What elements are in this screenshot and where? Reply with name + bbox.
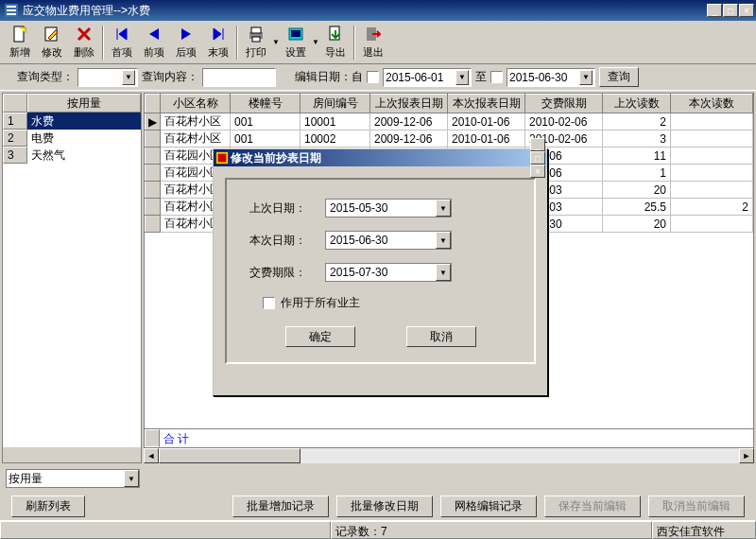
usage-combo[interactable]: 按用量▼ xyxy=(6,469,140,488)
cancel-edit-button[interactable]: 取消当前编辑 xyxy=(648,496,745,517)
footer-total-label: 合 计 xyxy=(160,429,193,447)
svg-rect-10 xyxy=(291,30,301,37)
table-row[interactable]: ▶百花村小区001100012009-12-062010-01-062010-0… xyxy=(146,113,753,130)
last-button[interactable]: 末项 xyxy=(202,24,234,61)
svg-rect-3 xyxy=(7,13,16,15)
dialog-close-button[interactable]: × xyxy=(530,165,545,178)
side-row[interactable]: 2电费 xyxy=(3,130,141,147)
date-from-input[interactable]: 2015-06-01▼ xyxy=(383,68,472,87)
last-date-input[interactable]: 2015-05-30▼ xyxy=(325,199,452,217)
query-content-input[interactable] xyxy=(202,68,276,87)
query-type-combo[interactable]: ▼ xyxy=(77,68,138,87)
side-panel: 按用量 1水费 2电费 3天然气 xyxy=(2,93,142,463)
refresh-button[interactable]: 刷新列表 xyxy=(11,496,85,517)
bottom-bar-2: 刷新列表 批量增加记录 批量修改日期 网格编辑记录 保存当前编辑 取消当前编辑 xyxy=(0,492,756,520)
dialog-titlebar: 修改当前抄表日期 _ □ × xyxy=(214,149,547,166)
new-button[interactable]: 新增 xyxy=(4,24,36,61)
delete-button[interactable]: 删除 xyxy=(68,24,100,61)
status-records: 记录数：7 xyxy=(331,521,652,539)
window-title: 应交物业费用管理-->水费 xyxy=(23,3,707,19)
apply-all-checkbox[interactable] xyxy=(263,297,275,309)
toolbar: 新增 修改 删除 首项 前项 后项 末项 打印 ▼ 设置 ▼ 导出 退出 xyxy=(0,21,756,64)
grid-footer: 合 计 xyxy=(144,429,754,448)
side-header-label: 按用量 xyxy=(27,94,141,113)
next-button[interactable]: 后项 xyxy=(170,24,202,61)
close-button[interactable]: × xyxy=(739,4,754,17)
query-button[interactable]: 查询 xyxy=(599,67,639,87)
svg-rect-2 xyxy=(7,9,16,11)
scroll-right-icon[interactable]: ► xyxy=(739,448,754,463)
print-dropdown[interactable]: ▼ xyxy=(272,23,280,61)
dialog-title: 修改当前抄表日期 xyxy=(229,150,530,166)
dialog-icon xyxy=(215,151,229,165)
apply-all-label: 作用于所有业主 xyxy=(281,295,360,311)
date-to-input[interactable]: 2015-06-30▼ xyxy=(507,68,595,87)
grid-hscrollbar[interactable]: ◄ ► xyxy=(144,448,754,463)
ok-button[interactable]: 确定 xyxy=(285,326,355,347)
batch-date-button[interactable]: 批量修改日期 xyxy=(336,496,433,517)
side-row[interactable]: 1水费 xyxy=(3,113,141,130)
this-date-label: 本次日期： xyxy=(249,233,325,249)
prev-button[interactable]: 前项 xyxy=(138,24,170,61)
side-header-num xyxy=(3,94,27,113)
exit-button[interactable]: 退出 xyxy=(357,24,389,61)
dialog-maximize-button[interactable]: □ xyxy=(530,151,545,165)
settings-dropdown[interactable]: ▼ xyxy=(312,23,319,61)
due-date-label: 交费期限： xyxy=(249,265,325,281)
window-titlebar: 应交物业费用管理-->水费 _ □ × xyxy=(0,0,756,21)
dialog-minimize-button[interactable]: _ xyxy=(530,138,545,151)
maximize-button[interactable]: □ xyxy=(723,4,738,17)
svg-rect-7 xyxy=(251,27,261,33)
app-icon xyxy=(4,3,19,18)
print-button[interactable]: 打印 xyxy=(240,24,272,61)
date-to-checkbox[interactable] xyxy=(490,71,503,83)
net-edit-button[interactable]: 网格编辑记录 xyxy=(440,496,537,517)
query-content-label: 查询内容： xyxy=(142,69,198,85)
settings-button[interactable]: 设置 xyxy=(280,24,312,61)
svg-rect-8 xyxy=(252,37,260,42)
status-company: 西安佳宜软件 xyxy=(652,521,756,539)
edit-button[interactable]: 修改 xyxy=(36,24,68,61)
scroll-left-icon[interactable]: ◄ xyxy=(144,448,159,463)
this-date-input[interactable]: 2015-06-30▼ xyxy=(325,231,452,250)
table-row[interactable]: 百花村小区001100022009-12-062010-01-062010-02… xyxy=(146,130,753,148)
date-from-checkbox[interactable] xyxy=(367,71,379,83)
date-to-label: 至 xyxy=(475,69,487,85)
query-type-label: 查询类型： xyxy=(17,69,74,85)
batch-add-button[interactable]: 批量增加记录 xyxy=(232,496,329,517)
edit-date-label: 编辑日期：自 xyxy=(295,69,363,85)
svg-rect-1 xyxy=(7,6,16,8)
first-button[interactable]: 首项 xyxy=(106,24,138,61)
svg-rect-14 xyxy=(218,154,227,163)
side-row[interactable]: 3天然气 xyxy=(3,147,141,164)
last-date-label: 上次日期： xyxy=(249,200,325,217)
modify-date-dialog: 修改当前抄表日期 _ □ × 上次日期： 2015-05-30▼ 本次日期： 2… xyxy=(213,148,548,396)
status-bar: 记录数：7 西安佳宜软件 xyxy=(0,520,756,539)
minimize-button[interactable]: _ xyxy=(707,4,722,17)
due-date-input[interactable]: 2015-07-30▼ xyxy=(325,263,452,282)
search-bar: 查询类型： ▼ 查询内容： 编辑日期：自 2015-06-01▼ 至 2015-… xyxy=(0,64,756,91)
bottom-bar-1: 按用量▼ xyxy=(0,465,756,492)
cancel-button[interactable]: 取消 xyxy=(406,326,476,347)
save-edit-button[interactable]: 保存当前编辑 xyxy=(544,496,641,517)
export-button[interactable]: 导出 xyxy=(319,24,352,61)
scroll-thumb[interactable] xyxy=(159,448,301,463)
